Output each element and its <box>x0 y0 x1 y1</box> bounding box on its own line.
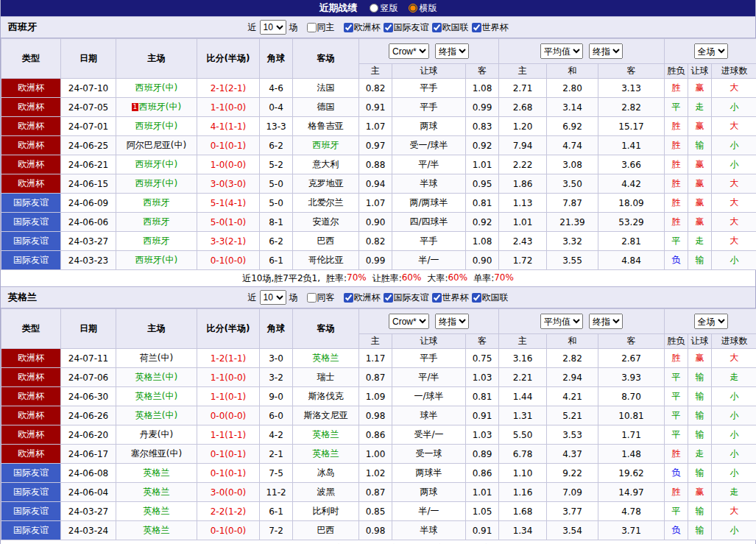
odds-source-select[interactable]: 全场 <box>694 314 728 329</box>
cell-corner: 2-1 <box>260 445 293 464</box>
league-filter-checkbox[interactable]: 国际友谊 <box>384 21 429 34</box>
same-venue-label: 同主 <box>317 21 335 34</box>
league-filter-checkbox[interactable]: 国际友谊 <box>384 292 429 304</box>
cell-league-type: 欧洲杯 <box>1 387 61 406</box>
cell-date: 24-06-15 <box>61 174 116 194</box>
cell-result: 小 <box>712 387 756 406</box>
average-odds-group: 平均值终指 <box>499 309 665 334</box>
cell-handicap-odds: 1.07 <box>359 194 392 213</box>
cell-average-odds: 2.21 <box>499 368 547 387</box>
odds-source-select[interactable]: 平均值 <box>540 43 583 59</box>
cell-average-odds: 7.94 <box>499 136 547 155</box>
table-row: 欧洲杯24-07-06英格兰(中)1-1(0-0)3-2瑞士0.87平/半1.0… <box>1 368 756 387</box>
match-count-select[interactable]: 10 <box>260 20 286 35</box>
league-filter-input[interactable] <box>344 293 353 303</box>
cell-score: 1-0(0-0) <box>197 155 260 174</box>
odds-source-select[interactable]: 全场 <box>694 43 728 59</box>
league-filter-input[interactable] <box>432 23 442 32</box>
cell-result: 赢 <box>688 213 712 232</box>
cell-average-odds: 8.70 <box>598 387 665 406</box>
cell-handicap-odds: 0.92 <box>466 213 499 232</box>
cell-score: 4-1(1-1) <box>197 117 260 136</box>
league-filter-checkbox[interactable]: 欧国联 <box>472 292 509 304</box>
cell-result: 小 <box>712 98 756 117</box>
cell-corner: 3-0 <box>260 349 293 368</box>
odds-source-select[interactable]: 平均值 <box>540 314 583 329</box>
same-venue-checkbox[interactable]: 同客 <box>307 292 335 304</box>
cell-average-odds: 2.94 <box>547 368 598 387</box>
stat-label: 让胜率: <box>372 272 402 285</box>
cell-score: 0-1(0-0) <box>197 521 260 540</box>
cell-home-team: 1西班牙(中) <box>116 98 197 117</box>
cell-result: 平 <box>665 425 688 445</box>
fulltime-result-group: 全场 <box>665 39 756 64</box>
league-filter-checkbox[interactable]: 欧洲杯 <box>344 21 381 34</box>
cell-result: 平 <box>665 406 688 425</box>
table-head: 类型日期主场比分(半场)角球客场Crow*终指平均值终指全场主让球客主和客胜负让… <box>1 39 756 79</box>
layout-option-horizontal[interactable]: 横版 <box>409 2 437 15</box>
odds-time-select[interactable]: 终指 <box>435 43 469 59</box>
league-filter-input[interactable] <box>344 23 353 32</box>
league-filter-checkbox[interactable]: 世界杯 <box>432 292 469 304</box>
same-venue-input[interactable] <box>307 293 317 303</box>
league-filter-input[interactable] <box>384 293 393 303</box>
cell-average-odds: 19.62 <box>598 464 665 483</box>
league-filter-input[interactable] <box>384 23 393 32</box>
match-count-select[interactable]: 10 <box>260 290 286 305</box>
sub-column-header: 客 <box>598 334 665 349</box>
cell-corner: 6-1 <box>260 251 293 270</box>
cell-result: 输 <box>688 521 712 540</box>
stat-label: 大率: <box>427 272 448 285</box>
odds-time-select[interactable]: 终指 <box>589 314 623 329</box>
cell-corner: 0-4 <box>260 98 293 117</box>
cell-handicap-odds: 0.92 <box>466 136 499 155</box>
cell-result: 走 <box>688 445 712 464</box>
odds-time-select[interactable]: 终指 <box>589 43 623 59</box>
league-filter-checkbox[interactable]: 欧国联 <box>432 21 469 34</box>
layout-option-label: 横版 <box>420 2 437 15</box>
page-title: 近期战绩 <box>319 1 358 15</box>
stat-value: 70% <box>494 272 514 285</box>
layout-option-vertical[interactable]: 竖版 <box>370 2 398 15</box>
cell-result: 大 <box>712 232 756 251</box>
cell-handicap-odds: 1.03 <box>466 368 499 387</box>
league-filter-input[interactable] <box>472 293 481 303</box>
cell-result: 输 <box>688 368 712 387</box>
same-venue-input[interactable] <box>307 23 317 32</box>
cell-average-odds: 1.71 <box>598 425 665 445</box>
same-venue-checkbox[interactable]: 同主 <box>307 21 335 34</box>
summary-row: 近10场,胜7平2负1,胜率:70%让胜率:60%大率:60%单率:70% <box>1 270 755 286</box>
cell-date: 24-07-01 <box>61 117 116 136</box>
league-filter-input[interactable] <box>472 23 481 32</box>
header-row-main: 类型日期主场比分(半场)角球客场Crow*终指平均值终指全场 <box>1 39 756 64</box>
cell-handicap-odds: 平/半 <box>392 155 466 174</box>
cell-average-odds: 1.86 <box>499 174 547 194</box>
cell-average-odds: 1.48 <box>598 445 665 464</box>
cell-away-team: 哥伦比亚 <box>293 251 359 270</box>
stat-value: 60% <box>402 272 422 285</box>
results-table: 类型日期主场比分(半场)角球客场Crow*终指平均值终指全场主让球客主和客胜负让… <box>1 308 756 540</box>
league-filter-checkbox[interactable]: 欧洲杯 <box>344 292 381 304</box>
league-filter-input[interactable] <box>432 293 442 303</box>
cell-handicap-odds: 平手 <box>392 79 466 98</box>
header-row-main: 类型日期主场比分(半场)角球客场Crow*终指平均值终指全场 <box>1 309 756 334</box>
odds-source-select[interactable]: Crow* <box>389 43 429 59</box>
layout-radio[interactable] <box>370 4 378 13</box>
away-team-name: 英格兰 <box>313 353 339 363</box>
cell-average-odds: 4.21 <box>547 387 598 406</box>
column-header: 角球 <box>260 39 293 79</box>
league-filter-checkbox[interactable]: 世界杯 <box>472 21 509 34</box>
away-team-name: 巴西 <box>317 525 335 535</box>
table-row: 欧洲杯24-06-15西班牙(中)3-0(3-0)5-0克罗地亚0.94半球0.… <box>1 174 756 194</box>
away-team-name: 英格兰 <box>313 448 339 459</box>
odds-time-select[interactable]: 终指 <box>435 314 469 329</box>
cell-away-team: 格鲁吉亚 <box>293 117 359 136</box>
odds-source-select[interactable]: Crow* <box>389 314 429 329</box>
cell-handicap-odds: 一/球半 <box>392 387 466 406</box>
cell-result: 胜 <box>665 445 688 464</box>
sub-column-header: 进球数 <box>712 64 756 79</box>
layout-radio[interactable] <box>409 4 417 13</box>
cell-result: 小 <box>712 464 756 483</box>
cell-home-team: 西班牙 <box>116 213 197 232</box>
sub-column-header: 让球 <box>392 64 466 79</box>
